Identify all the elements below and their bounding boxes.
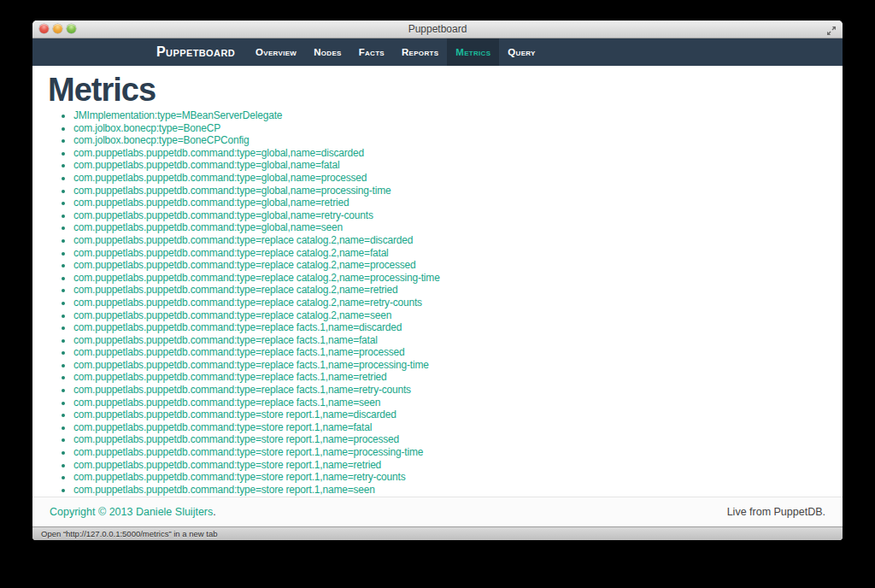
live-from-puppetdb-text: Live from PuppetDB. — [727, 506, 825, 518]
metric-link[interactable]: JMImplementation:type=MBeanServerDelegat… — [73, 109, 282, 121]
metric-list-item: com.puppetlabs.puppetdb.command:type=rep… — [73, 334, 827, 347]
metric-list-item: com.puppetlabs.puppetdb.command:type=glo… — [73, 185, 827, 197]
metric-list-item: com.puppetlabs.puppetdb.command:type=rep… — [73, 359, 827, 372]
nav-item-overview[interactable]: Overview — [247, 38, 305, 66]
navbar-items: OverviewNodesFactsReportsMetricsQuery — [247, 38, 544, 66]
metric-link[interactable]: com.puppetlabs.puppetdb.command:type=sto… — [73, 446, 423, 458]
metric-link[interactable]: com.puppetlabs.puppetdb.command:type=rep… — [73, 321, 402, 333]
metric-link[interactable]: com.puppetlabs.puppetdb.command:type=rep… — [73, 259, 415, 271]
metric-list-item: com.puppetlabs.puppetdb.command:type=sto… — [73, 484, 827, 497]
metric-list-item: com.puppetlabs.puppetdb.command:type=rep… — [73, 259, 827, 272]
metric-list-item: com.puppetlabs.puppetdb.command:type=sto… — [73, 433, 827, 446]
browser-window: Puppetboard Puppetboard OverviewNodesFac… — [32, 21, 843, 540]
title-bar: Puppetboard — [32, 21, 843, 38]
metric-link[interactable]: com.puppetlabs.puppetdb.command:type=sto… — [73, 471, 405, 483]
nav-item-metrics[interactable]: Metrics — [447, 38, 499, 66]
metric-link[interactable]: com.puppetlabs.puppetdb.command:type=rep… — [73, 346, 405, 358]
metric-link[interactable]: com.puppetlabs.puppetdb.command:type=rep… — [73, 284, 398, 296]
metric-link[interactable]: com.puppetlabs.puppetdb.command:type=rep… — [73, 334, 378, 346]
metric-link[interactable]: com.puppetlabs.puppetdb.command:type=rep… — [73, 384, 411, 396]
metric-list-item: com.puppetlabs.puppetdb.command:type=rep… — [73, 397, 827, 409]
metric-list-item: com.puppetlabs.puppetdb.command:type=glo… — [73, 147, 827, 160]
metric-link[interactable]: com.puppetlabs.puppetdb.command:type=rep… — [73, 234, 413, 246]
metric-list-item: com.puppetlabs.puppetdb.command:type=glo… — [73, 221, 827, 234]
metric-list-item: com.puppetlabs.puppetdb.command:type=rep… — [73, 272, 827, 285]
copyright-link[interactable]: Copyright © 2013 Daniele Sluijters — [50, 506, 213, 518]
metric-list-item: com.puppetlabs.puppetdb.command:type=rep… — [73, 321, 827, 334]
metric-list-item: com.puppetlabs.puppetdb.command:type=glo… — [73, 159, 827, 172]
nav-item-facts[interactable]: Facts — [350, 38, 393, 66]
metric-link[interactable]: com.puppetlabs.puppetdb.command:type=sto… — [73, 409, 396, 420]
metric-link[interactable]: com.puppetlabs.puppetdb.command:type=rep… — [73, 309, 391, 321]
metric-link[interactable]: com.puppetlabs.puppetdb.command:type=rep… — [73, 297, 422, 309]
metric-list-item: JMImplementation:type=MBeanServerDelegat… — [73, 109, 827, 122]
metrics-list: JMImplementation:type=MBeanServerDelegat… — [48, 109, 827, 496]
metric-list-item: com.puppetlabs.puppetdb.command:type=rep… — [73, 371, 827, 384]
metric-list-item: com.puppetlabs.puppetdb.command:type=sto… — [73, 446, 827, 459]
metric-list-item: com.puppetlabs.puppetdb.command:type=glo… — [73, 197, 827, 209]
metric-link[interactable]: com.puppetlabs.puppetdb.command:type=glo… — [73, 159, 339, 171]
metric-link[interactable]: com.puppetlabs.puppetdb.command:type=glo… — [73, 209, 373, 221]
metric-list-item: com.puppetlabs.puppetdb.command:type=rep… — [73, 346, 827, 359]
metric-link[interactable]: com.puppetlabs.puppetdb.command:type=sto… — [73, 421, 372, 433]
status-bar-text: Open “http://127.0.0.1:5000/metrics” in … — [41, 529, 217, 538]
metric-link[interactable]: com.puppetlabs.puppetdb.command:type=sto… — [73, 433, 399, 445]
footer: Copyright © 2013 Daniele Sluijters. Live… — [32, 497, 843, 526]
metric-link[interactable]: com.puppetlabs.puppetdb.command:type=rep… — [73, 272, 440, 284]
metric-link[interactable]: com.puppetlabs.puppetdb.command:type=glo… — [73, 185, 391, 197]
main-content: Metrics JMImplementation:type=MBeanServe… — [32, 66, 843, 497]
nav-item-query[interactable]: Query — [499, 38, 543, 66]
metric-list-item: com.puppetlabs.puppetdb.command:type=rep… — [73, 284, 827, 297]
metric-link[interactable]: com.puppetlabs.puppetdb.command:type=glo… — [73, 147, 364, 159]
metric-list-item: com.puppetlabs.puppetdb.command:type=sto… — [73, 471, 827, 484]
fullscreen-icon[interactable] — [826, 24, 837, 34]
metric-link[interactable]: com.puppetlabs.puppetdb.command:type=sto… — [73, 484, 375, 496]
nav-item-reports[interactable]: Reports — [393, 38, 447, 66]
metric-list-item: com.jolbox.bonecp:type=BoneCP — [73, 122, 827, 135]
footer-copyright: Copyright © 2013 Daniele Sluijters. — [50, 506, 216, 518]
page-title: Metrics — [48, 73, 827, 107]
metric-link[interactable]: com.puppetlabs.puppetdb.command:type=glo… — [73, 172, 367, 184]
metric-link[interactable]: com.jolbox.bonecp:type=BoneCP — [73, 122, 220, 134]
metric-list-item: com.puppetlabs.puppetdb.command:type=sto… — [73, 409, 827, 421]
metric-link[interactable]: com.puppetlabs.puppetdb.command:type=glo… — [73, 197, 349, 209]
metric-list-item: com.puppetlabs.puppetdb.command:type=sto… — [73, 421, 827, 434]
navbar: Puppetboard OverviewNodesFactsReportsMet… — [32, 38, 843, 66]
metric-link[interactable]: com.puppetlabs.puppetdb.command:type=glo… — [73, 221, 343, 233]
metric-list-item: com.puppetlabs.puppetdb.command:type=rep… — [73, 234, 827, 247]
window-title: Puppetboard — [32, 21, 843, 38]
metric-list-item: com.puppetlabs.puppetdb.command:type=rep… — [73, 384, 827, 397]
metric-list-item: com.puppetlabs.puppetdb.command:type=rep… — [73, 309, 827, 322]
navbar-brand[interactable]: Puppetboard — [156, 38, 235, 66]
metric-list-item: com.puppetlabs.puppetdb.command:type=rep… — [73, 297, 827, 309]
metric-link[interactable]: com.puppetlabs.puppetdb.command:type=rep… — [73, 247, 389, 259]
metric-link[interactable]: com.puppetlabs.puppetdb.command:type=rep… — [73, 371, 387, 383]
copyright-suffix: . — [213, 506, 215, 518]
metric-list-item: com.puppetlabs.puppetdb.command:type=sto… — [73, 459, 827, 472]
metric-link[interactable]: com.puppetlabs.puppetdb.command:type=rep… — [73, 397, 380, 409]
nav-item-nodes[interactable]: Nodes — [305, 38, 349, 66]
metric-list-item: com.puppetlabs.puppetdb.command:type=rep… — [73, 247, 827, 260]
metric-link[interactable]: com.puppetlabs.puppetdb.command:type=sto… — [73, 459, 381, 471]
status-bar: Open “http://127.0.0.1:5000/metrics” in … — [32, 526, 843, 540]
metric-link[interactable]: com.puppetlabs.puppetdb.command:type=rep… — [73, 359, 429, 371]
metric-link[interactable]: com.jolbox.bonecp:type=BoneCPConfig — [73, 134, 249, 146]
metric-list-item: com.puppetlabs.puppetdb.command:type=glo… — [73, 172, 827, 185]
metric-list-item: com.puppetlabs.puppetdb.command:type=glo… — [73, 209, 827, 222]
metric-list-item: com.jolbox.bonecp:type=BoneCPConfig — [73, 134, 827, 147]
